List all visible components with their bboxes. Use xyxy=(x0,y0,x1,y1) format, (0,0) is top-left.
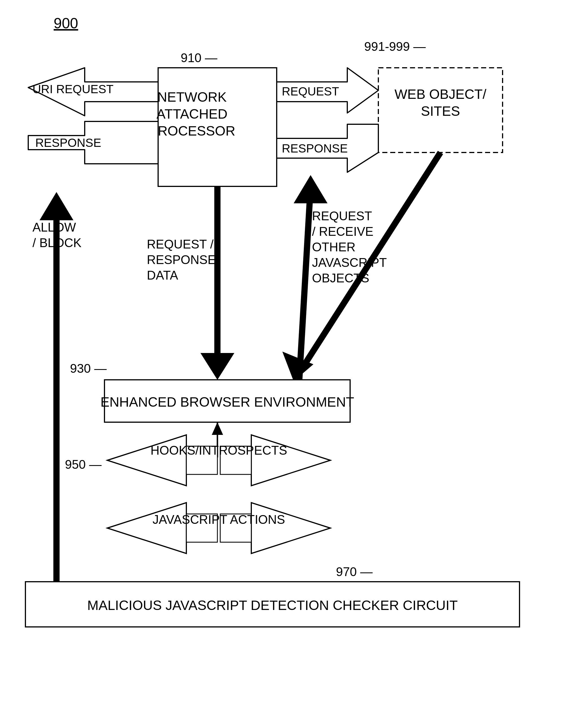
nap-down-arrow-head xyxy=(200,353,234,380)
request-response-label-line2: RESPONSE xyxy=(147,253,216,267)
js-actions-left-triangle xyxy=(107,503,186,553)
hooks-label: HOOKS/INTROSPECTS xyxy=(150,443,287,457)
response-right-label: RESPONSE xyxy=(282,142,348,155)
nap-text-line3: PROCESSOR xyxy=(149,123,235,138)
js-actions-right-triangle xyxy=(251,503,330,553)
web-object-text-line2: SITES xyxy=(421,104,460,119)
browser-to-nap-arrow-shaft xyxy=(299,186,311,380)
request-right-label: REQUEST xyxy=(282,85,339,98)
request-receive-label-line2: / RECEIVE xyxy=(312,224,374,238)
browser-id-label: 930 — xyxy=(70,361,107,375)
js-actions-label: JAVASCRIPT ACTIONS xyxy=(152,513,285,526)
request-response-label-line3: DATA xyxy=(147,268,178,282)
nap-id-label: 910 — xyxy=(181,51,217,65)
hooks-right-triangle xyxy=(251,435,330,486)
web-object-text-line1: WEB OBJECT/ xyxy=(394,87,486,102)
malicious-id-label: 970 — xyxy=(336,565,373,579)
request-receive-label-line1: REQUEST xyxy=(312,209,372,223)
malicious-label: MALICIOUS JAVASCRIPT DETECTION CHECKER C… xyxy=(87,598,458,613)
diagram-container: 900 910 — NETWORK ATTACHED PROCESSOR 991… xyxy=(0,0,563,728)
nap-text-line2: ATTACHED xyxy=(156,106,228,121)
hooks-id-label: 950 — xyxy=(65,457,102,471)
web-object-id-label: 991-999 — xyxy=(364,40,426,53)
browser-to-nap-arrow-head xyxy=(294,175,328,203)
response-left-label: RESPONSE xyxy=(35,136,101,149)
request-receive-label-line3: OTHER xyxy=(312,240,355,254)
uri-request-label: URI REQUEST xyxy=(32,82,114,96)
hooks-to-browser-arrow-head xyxy=(212,422,223,435)
browser-label: ENHANCED BROWSER ENVIRONMENT xyxy=(101,394,354,409)
allow-block-arrow-head xyxy=(40,192,73,220)
request-response-label-line1: REQUEST / xyxy=(147,237,214,251)
nap-text-line1: NETWORK xyxy=(157,90,226,104)
hooks-left-triangle xyxy=(107,435,186,486)
figure-number: 900 xyxy=(54,15,78,31)
